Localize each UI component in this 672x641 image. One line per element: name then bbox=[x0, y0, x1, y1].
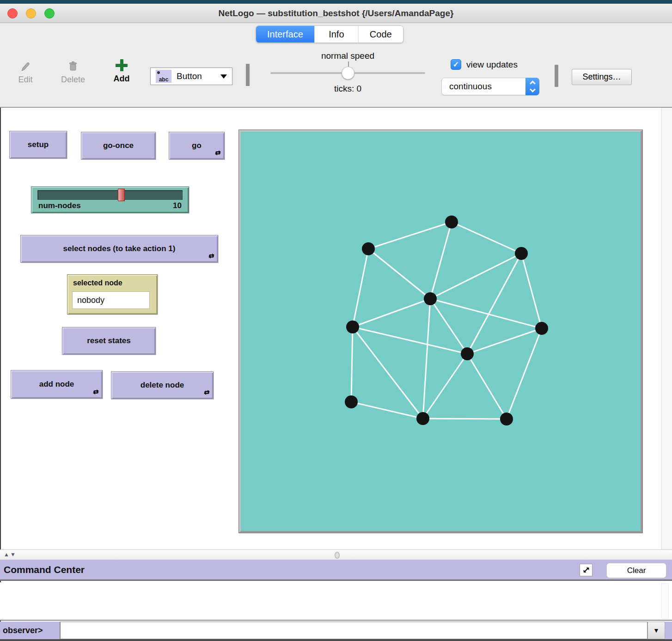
output-scrollbar[interactable] bbox=[661, 583, 669, 619]
delete-node-label: delete node bbox=[141, 381, 184, 390]
forever-icon bbox=[92, 388, 99, 395]
splitter-handle[interactable] bbox=[335, 552, 340, 559]
network-node[interactable] bbox=[445, 216, 458, 228]
network-node[interactable] bbox=[346, 320, 359, 333]
trash-icon bbox=[57, 59, 89, 74]
command-center-header: Command Center Clear bbox=[0, 560, 672, 581]
network-edge bbox=[368, 249, 430, 299]
network-edge bbox=[351, 327, 353, 402]
forever-icon bbox=[208, 253, 215, 259]
network-edge bbox=[467, 354, 507, 419]
select-nodes-label: select nodes (to take action 1) bbox=[63, 244, 176, 253]
delete-label: Delete bbox=[61, 75, 85, 84]
reset-states-label: reset states bbox=[87, 336, 131, 345]
view-updates-control: ✓ view updates bbox=[451, 59, 518, 70]
speed-control: normal speed ticks: 0 bbox=[270, 51, 425, 94]
window-bottom-edge bbox=[0, 639, 672, 641]
toolbar-separator bbox=[555, 65, 558, 87]
history-dropdown-button[interactable]: ▼ bbox=[648, 622, 665, 639]
network-node[interactable] bbox=[461, 347, 474, 360]
delete-button[interactable]: Delete bbox=[57, 59, 89, 85]
collapse-arrows-icon[interactable]: ▲▼ bbox=[4, 551, 17, 558]
selected-node-monitor: selected node nobody bbox=[67, 274, 158, 314]
popout-arrows-icon bbox=[583, 567, 590, 573]
delete-node-button[interactable]: delete node bbox=[111, 371, 214, 399]
clear-button[interactable]: Clear bbox=[606, 563, 666, 578]
network-edge bbox=[368, 222, 452, 249]
ticks-counter: ticks: 0 bbox=[270, 84, 425, 94]
input-corner bbox=[665, 622, 672, 639]
num-nodes-slider-track[interactable] bbox=[37, 190, 183, 200]
network-node[interactable] bbox=[362, 242, 375, 255]
num-nodes-value: 10 bbox=[173, 201, 182, 210]
minimize-button[interactable] bbox=[26, 8, 36, 18]
network-edge bbox=[423, 354, 467, 419]
network-edge bbox=[430, 222, 452, 299]
add-node-label: add node bbox=[39, 380, 74, 389]
num-nodes-slider-thumb[interactable] bbox=[118, 189, 125, 201]
close-button[interactable] bbox=[7, 8, 18, 18]
edit-label: Edit bbox=[18, 75, 32, 84]
add-label: Add bbox=[114, 74, 130, 83]
netlogo-window: NetLogo — substitution_bestshot {/Users/… bbox=[0, 0, 672, 641]
command-line-row: observer> ▼ bbox=[0, 622, 672, 639]
tab-code[interactable]: Code bbox=[358, 26, 403, 43]
network-node[interactable] bbox=[416, 412, 429, 425]
go-button[interactable]: go bbox=[169, 132, 225, 160]
traffic-lights bbox=[7, 8, 55, 18]
network-node[interactable] bbox=[515, 247, 528, 260]
network-node[interactable] bbox=[424, 292, 437, 305]
network-edge bbox=[353, 249, 368, 327]
add-node-button[interactable]: add node bbox=[11, 370, 103, 399]
plus-icon bbox=[105, 58, 138, 73]
tab-bar: Interface Info Code bbox=[256, 25, 403, 43]
widget-type-value: Button bbox=[177, 71, 202, 81]
monitor-label: selected node bbox=[73, 279, 157, 287]
network-node[interactable] bbox=[535, 322, 548, 335]
titlebar: NetLogo — substitution_bestshot {/Users/… bbox=[0, 4, 672, 23]
setup-label: setup bbox=[28, 140, 49, 149]
select-nodes-button[interactable]: select nodes (to take action 1) bbox=[20, 235, 218, 263]
edit-button[interactable]: Edit bbox=[9, 59, 42, 85]
network-edge bbox=[430, 253, 521, 299]
command-center-title: Command Center bbox=[4, 564, 85, 575]
command-input[interactable] bbox=[60, 622, 648, 639]
scrollbar-track[interactable] bbox=[661, 108, 672, 549]
reset-states-button[interactable]: reset states bbox=[62, 327, 156, 355]
world-view[interactable] bbox=[239, 130, 642, 533]
widget-type-dropdown[interactable]: abc Button bbox=[150, 68, 232, 85]
speed-slider-thumb[interactable] bbox=[342, 67, 354, 80]
update-mode-value: continuous bbox=[449, 81, 492, 92]
monitor-value: nobody bbox=[72, 291, 150, 309]
view-updates-checkbox[interactable]: ✓ bbox=[451, 59, 461, 70]
num-nodes-label: num-nodes bbox=[38, 201, 81, 210]
go-label: go bbox=[192, 141, 202, 150]
network-edge bbox=[507, 328, 542, 419]
go-once-button[interactable]: go-once bbox=[81, 132, 156, 160]
network-svg bbox=[241, 132, 641, 531]
maximize-button[interactable] bbox=[44, 8, 55, 18]
setup-button[interactable]: setup bbox=[9, 131, 67, 159]
settings-button[interactable]: Settings… bbox=[572, 69, 632, 85]
network-edge bbox=[521, 253, 542, 328]
forever-icon bbox=[214, 149, 221, 156]
command-center-splitter[interactable]: ▲▼ bbox=[0, 549, 672, 560]
tab-interface[interactable]: Interface bbox=[256, 26, 314, 43]
num-nodes-slider[interactable]: num-nodes 10 bbox=[31, 186, 189, 213]
update-mode-dropdown[interactable]: continuous bbox=[441, 78, 539, 95]
stepper-chevrons-icon bbox=[525, 78, 539, 95]
top-strip bbox=[0, 0, 672, 4]
network-edge bbox=[423, 419, 507, 419]
network-edge bbox=[452, 222, 521, 253]
forever-icon bbox=[203, 389, 210, 396]
speed-slider[interactable] bbox=[270, 65, 425, 81]
toolbar-separator bbox=[246, 64, 250, 86]
network-node[interactable] bbox=[345, 395, 358, 408]
dropdown-caret-icon bbox=[220, 74, 227, 79]
network-edge bbox=[353, 299, 430, 327]
add-button[interactable]: Add bbox=[105, 58, 138, 84]
network-node[interactable] bbox=[500, 413, 513, 425]
window-title: NetLogo — substitution_bestshot {/Users/… bbox=[0, 4, 672, 23]
popout-button[interactable] bbox=[580, 564, 593, 576]
tab-info[interactable]: Info bbox=[314, 26, 358, 43]
